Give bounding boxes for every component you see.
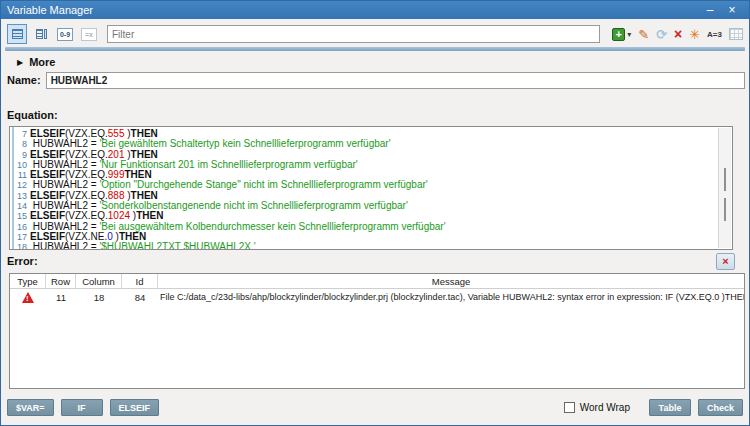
clear-errors-icon: × xyxy=(722,255,728,267)
error-type-cell xyxy=(10,289,46,305)
add-icon: + xyxy=(612,28,625,41)
chevron-down-icon[interactable]: ▾ xyxy=(627,30,631,39)
table-view-button[interactable] xyxy=(729,25,743,43)
evaluate-icon: A=3 xyxy=(707,30,722,39)
titlebar: Variable Manager – × xyxy=(1,1,749,19)
settings-button[interactable]: ✳ xyxy=(689,25,700,43)
word-wrap-checkbox[interactable] xyxy=(564,402,575,413)
error-label: Error: xyxy=(7,255,38,267)
code-lines: 7ELSEIF(VZX.EQ.555 )THEN8 HUBWAHL2 = 'Be… xyxy=(10,129,718,250)
error-header-row: Error: × xyxy=(1,252,749,270)
error-table[interactable]: TypeRowColumnIdMessage 111884File C:/dat… xyxy=(9,273,745,389)
error-column-cell: 18 xyxy=(76,289,122,305)
line-number: 18 xyxy=(10,242,30,250)
warning-icon xyxy=(22,292,34,303)
word-wrap-label: Word Wrap xyxy=(580,402,630,413)
error-message-cell: File C:/data_c/23d-libs/ahp/blockzylinde… xyxy=(158,289,744,305)
code-line[interactable]: 18 HUBWAHL2 = '$HUBWAHL2TXT $HUBWAHL2X ' xyxy=(10,242,718,250)
equation-scrollbar[interactable] xyxy=(718,128,731,248)
error-id-cell: 84 xyxy=(122,289,158,305)
toolbar: 0-9 =x + ▾ ✎ ⟳ × ✳ A=3 xyxy=(1,23,749,45)
equation-editor[interactable]: 7ELSEIF(VZX.EQ.555 )THEN8 HUBWAHL2 = 'Be… xyxy=(9,126,733,250)
error-column-header[interactable]: Row xyxy=(46,274,76,288)
edit-variable-button[interactable]: ✎ xyxy=(638,25,649,43)
line-number: 8 xyxy=(10,139,30,149)
expression-icon: =x xyxy=(81,28,97,41)
table-button[interactable]: Table xyxy=(649,399,691,416)
error-table-body: 111884File C:/data_c/23d-libs/ahp/blockz… xyxy=(10,289,744,305)
line-number: 17 xyxy=(10,232,30,242)
add-variable-button[interactable]: + ▾ xyxy=(612,25,631,43)
window-title: Variable Manager xyxy=(7,4,699,16)
line-number: 16 xyxy=(10,222,30,232)
line-number: 9 xyxy=(10,150,30,160)
refresh-icon: ⟳ xyxy=(656,27,667,42)
line-number: 10 xyxy=(10,160,30,170)
error-table-row[interactable]: 111884File C:/data_c/23d-libs/ahp/blockz… xyxy=(10,289,744,305)
footer: $VAR= IF ELSEIF Word Wrap Table Check xyxy=(1,399,749,416)
line-number: 14 xyxy=(10,201,30,211)
detail-view-button[interactable] xyxy=(31,24,51,44)
edit-icon: ✎ xyxy=(638,27,649,42)
name-row: Name: xyxy=(1,71,749,89)
insert-if-button[interactable]: IF xyxy=(61,399,103,416)
insert-var-button[interactable]: $VAR= xyxy=(7,399,54,416)
insert-elseif-button[interactable]: ELSEIF xyxy=(110,399,160,416)
filter-input[interactable] xyxy=(107,25,600,43)
gear-icon: ✳ xyxy=(689,27,700,42)
name-input[interactable] xyxy=(46,72,745,89)
expander-arrow-icon: ▶ xyxy=(17,58,23,67)
error-column-header[interactable]: Message xyxy=(158,274,744,288)
word-wrap-control[interactable]: Word Wrap xyxy=(564,402,630,413)
grid-icon xyxy=(729,28,743,40)
line-number: 13 xyxy=(10,191,30,201)
code-text: HUBWAHL2 = '$HUBWAHL2TXT $HUBWAHL2X ' xyxy=(30,242,256,250)
scrollbar-thumb[interactable] xyxy=(724,198,726,221)
minimize-button[interactable]: – xyxy=(699,2,721,18)
error-column-header[interactable]: Type xyxy=(10,274,46,288)
line-number: 7 xyxy=(10,129,30,139)
show-values-button[interactable]: 0-9 xyxy=(55,24,75,44)
error-column-header[interactable]: Column xyxy=(76,274,122,288)
list-view-icon xyxy=(12,29,23,39)
line-number: 12 xyxy=(10,180,30,190)
delete-variable-button[interactable]: × xyxy=(674,25,682,43)
line-number: 15 xyxy=(10,211,30,221)
toolbar-separator xyxy=(5,47,745,51)
error-table-header: TypeRowColumnIdMessage xyxy=(10,274,744,289)
close-button[interactable]: × xyxy=(721,2,743,18)
error-row-cell: 11 xyxy=(46,289,76,305)
refresh-button[interactable]: ⟳ xyxy=(656,25,667,43)
list-view-button[interactable] xyxy=(7,24,27,44)
error-column-header[interactable]: Id xyxy=(122,274,158,288)
scrollbar-thumb[interactable] xyxy=(724,168,726,191)
clear-errors-button[interactable]: × xyxy=(716,253,735,270)
check-button[interactable]: Check xyxy=(698,399,743,416)
delete-icon: × xyxy=(674,26,682,42)
toolbar-right-icons: + ▾ ✎ ⟳ × ✳ A=3 xyxy=(612,25,743,43)
equation-label: Equation: xyxy=(1,109,749,123)
more-expander[interactable]: ▶ More xyxy=(1,55,749,69)
variable-manager-window: Variable Manager – × 0-9 =x + ▾ ✎ ⟳ xyxy=(0,0,750,426)
line-number: 11 xyxy=(10,170,30,180)
sort-numeric-icon: 0-9 xyxy=(57,28,73,41)
detail-view-icon xyxy=(36,29,47,39)
show-expressions-button[interactable]: =x xyxy=(79,24,99,44)
evaluate-button[interactable]: A=3 xyxy=(707,25,722,43)
more-label: More xyxy=(29,56,55,68)
name-label: Name: xyxy=(7,74,41,86)
